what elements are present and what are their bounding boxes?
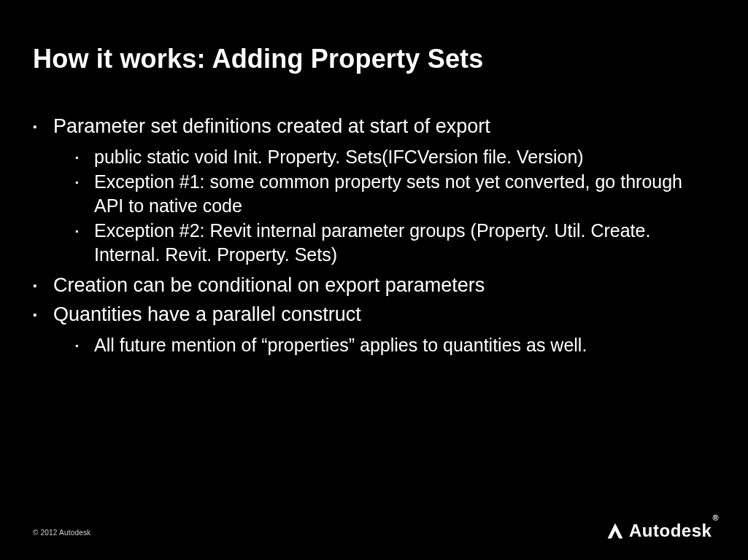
registered-mark: ®: [712, 513, 719, 522]
slide-title: How it works: Adding Property Sets: [33, 44, 715, 74]
sub-bullet-text: public static void Init. Property. Sets(…: [94, 147, 584, 167]
bullet-text: Parameter set definitions created at sta…: [53, 115, 490, 137]
logo-word: Autodesk: [629, 521, 712, 540]
sub-bullet-item: public static void Init. Property. Sets(…: [75, 145, 715, 169]
sub-bullet-text: Exception #1: some common property sets …: [94, 171, 682, 216]
copyright-footer: © 2012 Autodesk: [33, 529, 90, 537]
autodesk-logo: Autodesk®: [606, 521, 719, 541]
autodesk-logo-text: Autodesk®: [629, 521, 719, 541]
sub-bullet-item: All future mention of “properties” appli…: [75, 333, 715, 357]
bullet-item: Parameter set definitions created at sta…: [33, 114, 715, 266]
sub-bullet-text: All future mention of “properties” appli…: [94, 335, 587, 355]
bullet-item: Quantities have a parallel construct All…: [33, 303, 715, 357]
bullet-item: Creation can be conditional on export pa…: [33, 273, 715, 298]
svg-marker-0: [608, 524, 623, 539]
autodesk-logo-icon: [606, 521, 625, 540]
bullet-list: Parameter set definitions created at sta…: [33, 114, 715, 357]
bullet-text: Quantities have a parallel construct: [53, 303, 361, 325]
bullet-text: Creation can be conditional on export pa…: [53, 274, 485, 296]
slide: How it works: Adding Property Sets Param…: [0, 0, 748, 560]
sub-bullet-item: Exception #2: Revit internal parameter g…: [75, 219, 715, 266]
sub-bullet-item: Exception #1: some common property sets …: [75, 170, 715, 217]
sub-bullet-list: All future mention of “properties” appli…: [53, 333, 715, 357]
sub-bullet-text: Exception #2: Revit internal parameter g…: [94, 220, 650, 265]
sub-bullet-list: public static void Init. Property. Sets(…: [53, 145, 715, 267]
